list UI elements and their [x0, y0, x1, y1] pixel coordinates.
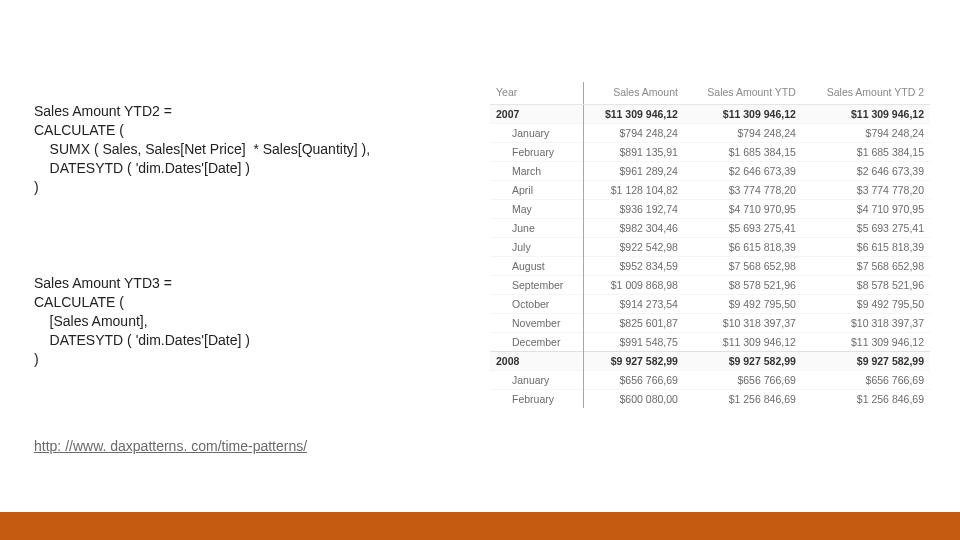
row-value: $794 248,24 [584, 124, 684, 143]
row-label: February [490, 143, 584, 162]
row-label: January [490, 124, 584, 143]
row-value: $11 309 946,12 [802, 105, 930, 124]
row-label: September [490, 276, 584, 295]
table-row: November$825 601,87$10 318 397,37$10 318… [490, 314, 930, 333]
row-label: June [490, 219, 584, 238]
row-label: 2008 [490, 352, 584, 371]
row-label: May [490, 200, 584, 219]
row-value: $11 309 946,12 [802, 333, 930, 352]
row-value: $11 309 946,12 [584, 105, 684, 124]
row-label: April [490, 181, 584, 200]
row-value: $4 710 970,95 [802, 200, 930, 219]
table-row: 2007$11 309 946,12$11 309 946,12$11 309 … [490, 105, 930, 124]
table-row: February$600 080,00$1 256 846,69$1 256 8… [490, 390, 930, 409]
row-value: $6 615 818,39 [684, 238, 802, 257]
dax-code-ytd2: Sales Amount YTD2 = CALCULATE ( SUMX ( S… [34, 102, 370, 196]
row-value: $11 309 946,12 [684, 105, 802, 124]
row-label: February [490, 390, 584, 409]
row-value: $7 568 652,98 [684, 257, 802, 276]
row-value: $9 927 582,99 [802, 352, 930, 371]
col-year: Year [490, 82, 584, 105]
row-label: October [490, 295, 584, 314]
row-value: $8 578 521,96 [802, 276, 930, 295]
row-value: $9 927 582,99 [684, 352, 802, 371]
slide-footer-bar [0, 512, 960, 540]
row-value: $3 774 778,20 [802, 181, 930, 200]
row-value: $9 927 582,99 [584, 352, 684, 371]
col-sales-amount: Sales Amount [584, 82, 684, 105]
daxpatterns-link[interactable]: http: //www. daxpatterns. com/time-patte… [34, 438, 307, 454]
row-label: July [490, 238, 584, 257]
table-row: February$891 135,91$1 685 384,15$1 685 3… [490, 143, 930, 162]
matrix-header: Year Sales Amount Sales Amount YTD Sales… [490, 82, 930, 105]
table-row: July$922 542,98$6 615 818,39$6 615 818,3… [490, 238, 930, 257]
table-row: September$1 009 868,98$8 578 521,96$8 57… [490, 276, 930, 295]
row-value: $1 256 846,69 [684, 390, 802, 409]
row-label: March [490, 162, 584, 181]
row-label: 2007 [490, 105, 584, 124]
row-value: $600 080,00 [584, 390, 684, 409]
row-value: $7 568 652,98 [802, 257, 930, 276]
table-row: December$991 548,75$11 309 946,12$11 309… [490, 333, 930, 352]
row-value: $1 685 384,15 [802, 143, 930, 162]
row-value: $9 492 795,50 [684, 295, 802, 314]
row-value: $794 248,24 [684, 124, 802, 143]
sales-ytd-matrix: Year Sales Amount Sales Amount YTD Sales… [490, 82, 930, 408]
table-row: April$1 128 104,82$3 774 778,20$3 774 77… [490, 181, 930, 200]
row-value: $656 766,69 [802, 371, 930, 390]
row-label: December [490, 333, 584, 352]
table-row: October$914 273,54$9 492 795,50$9 492 79… [490, 295, 930, 314]
row-value: $10 318 397,37 [684, 314, 802, 333]
row-value: $961 289,24 [584, 162, 684, 181]
table-row: January$656 766,69$656 766,69$656 766,69 [490, 371, 930, 390]
row-value: $656 766,69 [584, 371, 684, 390]
row-value: $5 693 275,41 [802, 219, 930, 238]
row-value: $8 578 521,96 [684, 276, 802, 295]
row-label: January [490, 371, 584, 390]
row-value: $1 256 846,69 [802, 390, 930, 409]
row-value: $656 766,69 [684, 371, 802, 390]
row-value: $794 248,24 [802, 124, 930, 143]
row-value: $5 693 275,41 [684, 219, 802, 238]
table-row: May$936 192,74$4 710 970,95$4 710 970,95 [490, 200, 930, 219]
table-row: January$794 248,24$794 248,24$794 248,24 [490, 124, 930, 143]
row-value: $2 646 673,39 [684, 162, 802, 181]
row-value: $10 318 397,37 [802, 314, 930, 333]
table-row: August$952 834,59$7 568 652,98$7 568 652… [490, 257, 930, 276]
col-sales-ytd2: Sales Amount YTD 2 [802, 82, 930, 105]
slide: Sales Amount YTD2 = CALCULATE ( SUMX ( S… [0, 0, 960, 540]
row-value: $9 492 795,50 [802, 295, 930, 314]
row-value: $4 710 970,95 [684, 200, 802, 219]
row-value: $991 548,75 [584, 333, 684, 352]
col-sales-ytd: Sales Amount YTD [684, 82, 802, 105]
row-value: $982 304,46 [584, 219, 684, 238]
row-value: $2 646 673,39 [802, 162, 930, 181]
row-value: $6 615 818,39 [802, 238, 930, 257]
row-value: $1 128 104,82 [584, 181, 684, 200]
matrix-body: 2007$11 309 946,12$11 309 946,12$11 309 … [490, 105, 930, 409]
dax-code-ytd3: Sales Amount YTD3 = CALCULATE ( [Sales A… [34, 274, 250, 368]
row-value: $11 309 946,12 [684, 333, 802, 352]
row-value: $922 542,98 [584, 238, 684, 257]
row-value: $891 135,91 [584, 143, 684, 162]
row-value: $1 009 868,98 [584, 276, 684, 295]
row-label: August [490, 257, 584, 276]
table-row: June$982 304,46$5 693 275,41$5 693 275,4… [490, 219, 930, 238]
row-value: $3 774 778,20 [684, 181, 802, 200]
table-row: 2008$9 927 582,99$9 927 582,99$9 927 582… [490, 352, 930, 371]
row-value: $952 834,59 [584, 257, 684, 276]
row-value: $936 192,74 [584, 200, 684, 219]
row-value: $825 601,87 [584, 314, 684, 333]
row-label: November [490, 314, 584, 333]
table-row: March$961 289,24$2 646 673,39$2 646 673,… [490, 162, 930, 181]
row-value: $914 273,54 [584, 295, 684, 314]
row-value: $1 685 384,15 [684, 143, 802, 162]
